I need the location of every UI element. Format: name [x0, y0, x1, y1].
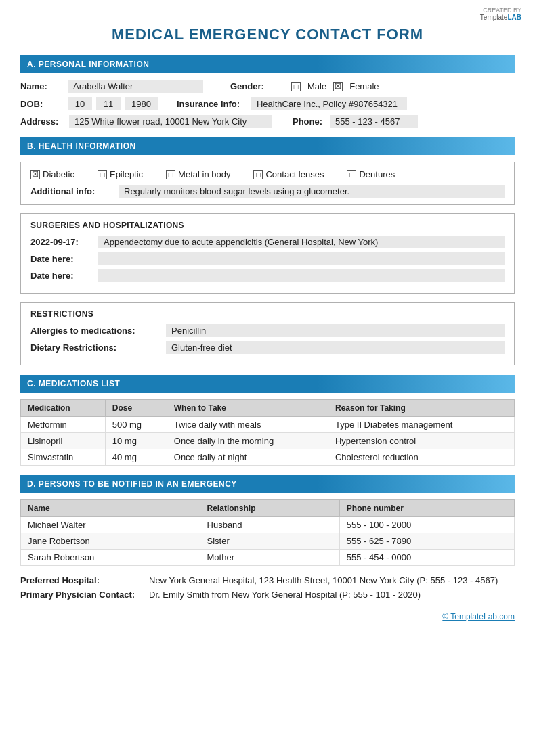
condition-epileptic: □ Epileptic	[98, 169, 143, 179]
name-value: Arabella Walter	[68, 80, 203, 93]
metal-checkbox[interactable]: □	[166, 170, 175, 179]
surgery-value-2	[98, 252, 505, 265]
med-dose-2: 10 mg	[105, 433, 167, 449]
med-name-2: Lisinopril	[21, 433, 106, 449]
person-name-2: Jane Robertson	[21, 533, 200, 550]
med-name-3: Simvastatin	[21, 449, 106, 466]
templatelab-footer: © TemplateLab.com	[20, 612, 515, 621]
surgery-row-3: Date here:	[30, 269, 505, 282]
surgery-row-1: 2022-09-17: Appendectomy due to acute ap…	[30, 236, 505, 248]
dob-day: 11	[96, 97, 121, 110]
med-when-1: Twice daily with meals	[167, 417, 328, 433]
additional-info-row: Additional info: Regularly monitors bloo…	[30, 185, 505, 198]
address-value: 125 White flower road, 10001 New York Ci…	[69, 115, 272, 128]
person-phone-1: 555 - 100 - 2000	[339, 517, 514, 533]
surgery-date-3: Date here:	[30, 271, 98, 281]
med-dose-1: 500 mg	[105, 417, 167, 433]
epileptic-checkbox[interactable]: □	[98, 170, 107, 179]
med-col-when: When to Take	[167, 400, 328, 417]
emergency-section: D. PERSONS TO BE NOTIFIED IN AN EMERGENC…	[20, 475, 515, 566]
dob-fields: 10 11 1980	[68, 97, 158, 110]
personal-section-header: A. PERSONAL INFORMATION	[20, 55, 515, 73]
surgery-value-3	[98, 269, 505, 282]
health-conditions-box: ☒ Diabetic □ Epileptic □ Metal in body □…	[20, 162, 515, 205]
dob-label: DOB:	[20, 99, 68, 109]
allergies-value: Penicillin	[166, 324, 505, 337]
condition-contact: □ Contact lenses	[253, 169, 324, 179]
condition-diabetic: ☒ Diabetic	[30, 169, 74, 179]
physician-label: Primary Physician Contact:	[20, 590, 149, 600]
person-phone-3: 555 - 454 - 0000	[339, 550, 514, 566]
insurance-value: HealthCare Inc., Policy #987654321	[251, 97, 407, 110]
contact-checkbox[interactable]: □	[253, 170, 263, 179]
dob-year: 1980	[125, 97, 158, 110]
condition-dentures: □ Dentures	[347, 169, 395, 179]
diabetic-checkbox[interactable]: ☒	[30, 170, 40, 179]
person-name-3: Sarah Robertson	[21, 550, 200, 566]
surgeries-box: SURGERIES AND HOSPITALIZATIONS 2022-09-1…	[20, 213, 515, 294]
dietary-value: Gluten-free diet	[166, 341, 505, 354]
med-name-1: Metformin	[21, 417, 106, 433]
dob-month: 10	[68, 97, 92, 110]
table-row: Simvastatin 40 mg Once daily at night Ch…	[21, 449, 515, 466]
watermark-brand: TemplateLAB	[480, 14, 521, 21]
physician-value: Dr. Emily Smith from New York General Ho…	[149, 590, 421, 600]
persons-header-row: Name Relationship Phone number	[21, 500, 515, 517]
med-dose-3: 40 mg	[105, 449, 167, 466]
med-col-reason: Reason for Taking	[328, 400, 514, 417]
dietary-row: Dietary Restrictions: Gluten-free diet	[30, 341, 505, 354]
med-reason-1: Type II Diabetes management	[328, 417, 514, 433]
gender-male-checkbox[interactable]: □	[291, 82, 301, 91]
health-conditions-row: ☒ Diabetic □ Epileptic □ Metal in body □…	[30, 169, 505, 179]
additional-info-value: Regularly monitors blood sugar levels us…	[119, 185, 505, 198]
person-col-name: Name	[21, 500, 200, 517]
dietary-label: Dietary Restrictions:	[30, 342, 166, 353]
table-row: Sarah Robertson Mother 555 - 454 - 0000	[21, 550, 515, 566]
phone-label: Phone:	[293, 116, 330, 127]
restrictions-title: RESTRICTIONS	[30, 309, 505, 319]
medications-header-row: Medication Dose When to Take Reason for …	[21, 400, 515, 417]
gender-female-label: Female	[349, 81, 379, 91]
med-reason-2: Hypertension control	[328, 433, 514, 449]
med-when-3: Once daily at night	[167, 449, 328, 466]
person-col-phone: Phone number	[339, 500, 514, 517]
templatelab-link[interactable]: © TemplateLab.com	[442, 612, 515, 621]
gender-group: □ Male ☒ Female	[291, 81, 379, 91]
gender-female-checkbox[interactable]: ☒	[333, 82, 343, 91]
dentures-checkbox[interactable]: □	[347, 170, 356, 179]
person-name-1: Michael Walter	[21, 517, 200, 533]
med-col-medication: Medication	[21, 400, 106, 417]
med-reason-3: Cholesterol reduction	[328, 449, 514, 466]
restrictions-box: RESTRICTIONS Allergies to medications: P…	[20, 302, 515, 365]
emergency-section-header: D. PERSONS TO BE NOTIFIED IN AN EMERGENC…	[20, 475, 515, 493]
metal-label: Metal in body	[178, 169, 230, 179]
med-col-dose: Dose	[105, 400, 167, 417]
contact-label: Contact lenses	[265, 169, 324, 179]
diabetic-label: Diabetic	[43, 169, 74, 179]
personal-section: A. PERSONAL INFORMATION Name: Arabella W…	[20, 55, 515, 128]
surgeries-title: SURGERIES AND HOSPITALIZATIONS	[30, 221, 505, 230]
health-section-header: B. HEALTH INFORMATION	[20, 137, 515, 155]
surgery-date-2: Date here:	[30, 254, 98, 264]
person-rel-3: Mother	[200, 550, 339, 566]
watermark-created-by: CREATED BY	[480, 7, 521, 14]
hospital-label: Preferred Hospital:	[20, 575, 149, 585]
allergies-row: Allergies to medications: Penicillin	[30, 324, 505, 337]
hospital-value: New York General Hospital, 123 Health St…	[149, 575, 498, 585]
gender-male-label: Male	[307, 81, 326, 91]
health-section: B. HEALTH INFORMATION ☒ Diabetic □ Epile…	[20, 137, 515, 365]
watermark: CREATED BY TemplateLAB	[480, 7, 521, 21]
table-row: Lisinopril 10 mg Once daily in the morni…	[21, 433, 515, 449]
footer-info: Preferred Hospital: New York General Hos…	[20, 575, 515, 600]
epileptic-label: Epileptic	[110, 169, 143, 179]
medications-section: C. MEDICATIONS LIST Medication Dose When…	[20, 375, 515, 466]
phone-value: 555 - 123 - 4567	[330, 115, 418, 128]
address-label: Address:	[20, 116, 69, 127]
persons-table: Name Relationship Phone number Michael W…	[20, 499, 515, 566]
dentures-label: Dentures	[359, 169, 395, 179]
page-title: MEDICAL EMERGENCY CONTACT FORM	[20, 26, 515, 43]
med-when-2: Once daily in the morning	[167, 433, 328, 449]
address-row: Address: 125 White flower road, 10001 Ne…	[20, 115, 515, 128]
surgery-value-1: Appendectomy due to acute appendicitis (…	[98, 236, 505, 248]
hospital-row: Preferred Hospital: New York General Hos…	[20, 575, 515, 585]
